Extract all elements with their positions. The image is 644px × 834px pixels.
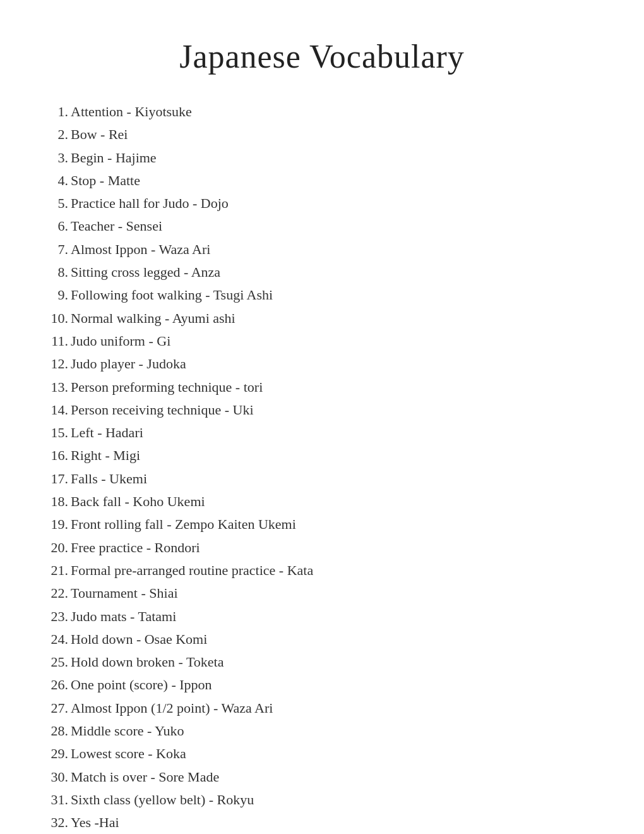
list-item: 20.Free practice - Rondori (38, 536, 606, 559)
item-text: One point (score) - Ippon (71, 677, 212, 692)
item-number: 12. (44, 353, 68, 375)
item-number: 23. (44, 605, 68, 628)
list-item: 25.Hold down broken - Toketa (38, 651, 606, 674)
list-item: 17.Falls - Ukemi (38, 468, 606, 490)
item-number: 27. (44, 697, 68, 720)
list-item: 12.Judo player - Judoka (38, 353, 606, 375)
item-number: 11. (44, 330, 68, 353)
item-text: Judo mats - Tatami (71, 608, 176, 624)
item-number: 22. (44, 582, 68, 605)
item-text: Free practice - Rondori (71, 540, 200, 555)
item-text: Person receiving technique - Uki (71, 402, 254, 418)
list-item: 19.Front rolling fall - Zempo Kaiten Uke… (38, 513, 606, 536)
item-text: Match is over - Sore Made (71, 769, 219, 785)
list-item: 1.Attention - Kiyotsuke (38, 100, 606, 123)
item-text: Hold down broken - Toketa (71, 654, 224, 670)
item-number: 25. (44, 651, 68, 674)
list-item: 11.Judo uniform - Gi (38, 330, 606, 353)
item-number: 14. (44, 399, 68, 421)
list-item: 27.Almost Ippon (1/2 point) - Waza Ari (38, 697, 606, 720)
item-number: 31. (44, 789, 68, 811)
item-number: 4. (44, 169, 68, 192)
item-number: 20. (44, 536, 68, 559)
item-text: Falls - Ukemi (71, 471, 147, 486)
item-number: 7. (44, 238, 68, 261)
item-text: Formal pre-arranged routine practice - K… (71, 562, 313, 578)
item-number: 9. (44, 284, 68, 306)
list-item: 8.Sitting cross legged - Anza (38, 261, 606, 284)
item-text: Tournament - Shiai (71, 585, 178, 601)
list-item: 6.Teacher - Sensei (38, 215, 606, 238)
item-text: Teacher - Sensei (71, 218, 162, 234)
list-item: 4.Stop - Matte (38, 169, 606, 192)
item-text: Begin - Hajime (71, 150, 157, 166)
list-item: 21.Formal pre-arranged routine practice … (38, 559, 606, 582)
item-text: Bow - Rei (71, 126, 128, 142)
item-number: 24. (44, 628, 68, 651)
list-item: 22.Tournament - Shiai (38, 582, 606, 605)
item-number: 18. (44, 490, 68, 513)
list-item: 29.Lowest score - Koka (38, 742, 606, 765)
item-text: Attention - Kiyotsuke (71, 104, 192, 119)
item-text: Middle score - Yuko (71, 723, 184, 739)
list-item: 13.Person preforming technique - tori (38, 376, 606, 399)
item-text: Left - Hadari (71, 425, 143, 440)
list-item: 5.Practice hall for Judo - Dojo (38, 192, 606, 215)
item-text: Normal walking - Ayumi ashi (71, 310, 236, 326)
item-number: 1. (44, 100, 68, 123)
list-item: 31.Sixth class (yellow belt) - Rokyu (38, 789, 606, 811)
list-item: 7.Almost Ippon - Waza Ari (38, 238, 606, 261)
list-item: 2.Bow - Rei (38, 123, 606, 146)
item-number: 19. (44, 513, 68, 536)
list-item: 16.Right - Migi (38, 444, 606, 467)
item-number: 16. (44, 444, 68, 467)
list-item: 23.Judo mats - Tatami (38, 605, 606, 628)
item-number: 21. (44, 559, 68, 582)
list-item: 10.Normal walking - Ayumi ashi (38, 307, 606, 330)
item-number: 17. (44, 468, 68, 490)
vocabulary-list: 1.Attention - Kiyotsuke2.Bow - Rei3.Begi… (38, 100, 606, 834)
list-item: 3.Begin - Hajime (38, 147, 606, 169)
item-number: 3. (44, 147, 68, 169)
item-text: Stop - Matte (71, 172, 140, 188)
item-text: Yes -Hai (71, 814, 119, 830)
list-item: 9.Following foot walking - Tsugi Ashi (38, 284, 606, 306)
item-text: Sixth class (yellow belt) - Rokyu (71, 792, 254, 807)
item-number: 28. (44, 720, 68, 742)
item-text: Almost Ippon - Waza Ari (71, 241, 210, 257)
item-text: Following foot walking - Tsugi Ashi (71, 287, 273, 303)
item-number: 8. (44, 261, 68, 284)
item-text: Lowest score - Koka (71, 746, 186, 761)
item-text: Almost Ippon (1/2 point) - Waza Ari (71, 700, 273, 716)
item-number: 30. (44, 766, 68, 789)
list-item: 26.One point (score) - Ippon (38, 674, 606, 696)
item-text: Person preforming technique - tori (71, 379, 263, 395)
item-number: 6. (44, 215, 68, 238)
item-number: 5. (44, 192, 68, 215)
item-number: 15. (44, 421, 68, 444)
item-number: 10. (44, 307, 68, 330)
item-number: 29. (44, 742, 68, 765)
item-text: Judo player - Judoka (71, 356, 186, 372)
item-text: Front rolling fall - Zempo Kaiten Ukemi (71, 516, 296, 532)
item-text: Sitting cross legged - Anza (71, 264, 220, 280)
item-text: Right - Migi (71, 447, 140, 463)
page-title: Japanese Vocabulary (38, 38, 606, 75)
list-item: 18.Back fall - Koho Ukemi (38, 490, 606, 513)
item-text: Judo uniform - Gi (71, 333, 170, 349)
item-text: Back fall - Koho Ukemi (71, 493, 205, 509)
item-text: Hold down - Osae Komi (71, 631, 207, 647)
list-item: 32.Yes -Hai (38, 811, 606, 834)
item-number: 13. (44, 376, 68, 399)
list-item: 30.Match is over - Sore Made (38, 766, 606, 789)
list-item: 24.Hold down - Osae Komi (38, 628, 606, 651)
item-number: 32. (44, 811, 68, 834)
item-number: 2. (44, 123, 68, 146)
list-item: 15.Left - Hadari (38, 421, 606, 444)
item-text: Practice hall for Judo - Dojo (71, 195, 229, 211)
item-number: 26. (44, 674, 68, 696)
list-item: 14.Person receiving technique - Uki (38, 399, 606, 421)
list-item: 28.Middle score - Yuko (38, 720, 606, 742)
